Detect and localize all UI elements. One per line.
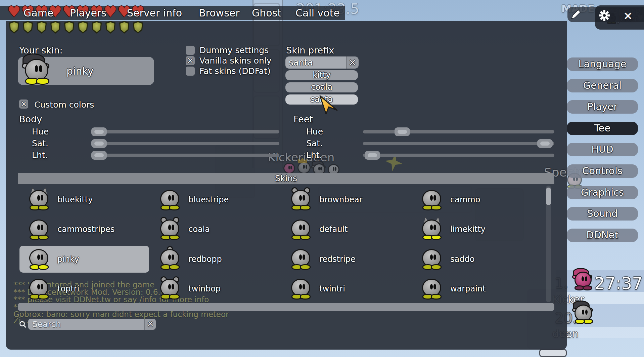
prefix-clear-button[interactable]: × — [346, 56, 359, 69]
skin-item-warpaint[interactable]: warpaint — [412, 275, 542, 302]
body_section-hue-slider-rail[interactable] — [91, 130, 279, 133]
close-button[interactable]: × — [623, 9, 633, 22]
shield-icon-inner — [133, 22, 143, 32]
checkbox-dummy-settings[interactable] — [186, 46, 195, 55]
skin-item-default[interactable]: default — [281, 216, 411, 243]
skin-tee-icon — [159, 189, 181, 210]
prefix-suggestion-kitty[interactable]: kitty — [285, 70, 358, 80]
slider-label: Hue — [32, 127, 55, 136]
best-time: 27:37 — [594, 274, 643, 293]
checkbox-fat-skins-ddfat-[interactable] — [186, 67, 195, 76]
slider-handle[interactable] — [537, 139, 553, 148]
background-light-block — [539, 349, 567, 357]
skins-scrollbar-thumb[interactable] — [546, 188, 551, 205]
skin-item-redbopp[interactable]: redbopp — [150, 246, 280, 273]
skin-item-redstripe[interactable]: redstripe — [281, 246, 411, 273]
slider-handle[interactable] — [91, 127, 107, 136]
skin-name-label: bluekitty — [57, 195, 93, 204]
pencil-icon — [570, 9, 582, 20]
menu-item-players[interactable]: Players — [70, 7, 106, 19]
menu-item-browser[interactable]: Browser — [199, 7, 240, 19]
skin-item-pinky[interactable]: pinky — [19, 246, 149, 273]
tab-hud[interactable]: HUD — [567, 143, 638, 156]
shield-icon-inner — [23, 22, 33, 32]
skin-item-bluestripe[interactable]: bluestripe — [150, 186, 280, 213]
editor-pencil-button[interactable] — [570, 9, 582, 20]
shield-icon-inner — [120, 22, 129, 32]
skin-name-label: brownbear — [319, 195, 363, 204]
shield-icon-inner — [78, 22, 88, 32]
menu-item-game[interactable]: Game — [24, 7, 53, 19]
tab-tee[interactable]: Tee — [567, 122, 638, 135]
skin-item-cammo[interactable]: cammo — [412, 186, 542, 213]
body-section-label: Body — [19, 114, 42, 124]
shield-icon-inner — [9, 22, 19, 32]
search-clear-button[interactable]: × — [144, 319, 156, 330]
current-skin-tee — [24, 58, 50, 85]
search-input[interactable] — [28, 319, 144, 330]
skin-name-label: pinky — [57, 254, 79, 264]
checkbox-label: Vanilla skins only — [199, 56, 272, 66]
menu-item-server-info[interactable]: Server info — [127, 7, 182, 19]
feet_section-hue-slider-rail[interactable] — [363, 130, 554, 133]
skin-prefix-input[interactable] — [285, 56, 346, 69]
skin-name-label: redbopp — [188, 254, 222, 264]
skin-name-label: limekitty — [450, 225, 486, 234]
skin-name-label: default — [319, 225, 348, 234]
skin-item-brownbear[interactable]: brownbear — [281, 186, 411, 213]
feet_section-lht-slider-rail[interactable] — [363, 154, 554, 157]
skin-tee-icon — [159, 278, 181, 300]
skin-name-label: bluestripe — [188, 195, 229, 204]
skin-item-twintri[interactable]: twintri — [281, 275, 411, 302]
skin-item-toptri[interactable]: toptri — [19, 275, 149, 302]
custom-colors-checkbox[interactable]: × — [19, 100, 28, 109]
checkbox-vanilla-skins-only[interactable]: × — [186, 56, 195, 65]
shield-icon-inner — [106, 22, 115, 32]
slider-handle[interactable] — [91, 151, 107, 160]
skin-item-bluekitty[interactable]: bluekitty — [19, 186, 149, 213]
skin-tee-icon — [421, 248, 443, 270]
skin-tee-icon — [290, 189, 312, 210]
skin-item-twinbop[interactable]: twinbop — [150, 275, 280, 302]
tab-sound[interactable]: Sound — [567, 207, 638, 221]
skin-item-cammostripes[interactable]: cammostripes — [19, 216, 149, 243]
skin-name-label: twinbop — [188, 284, 221, 293]
feet_section-sat-slider-rail[interactable] — [363, 142, 554, 145]
tab-graphics[interactable]: Graphics — [567, 186, 638, 199]
skin-tee-icon — [159, 248, 181, 270]
shield-icon-inner — [51, 22, 60, 32]
current-skin-name: pinky — [66, 65, 93, 77]
skin-tee-icon — [421, 189, 443, 210]
ddnet-settings-screen: 201:23.5 MADE SPECTRUM Joker. ♥ 1. 27:37… — [0, 0, 644, 357]
tab-player[interactable]: Player — [567, 100, 638, 114]
slider-handle[interactable] — [365, 151, 380, 160]
tab-ddnet[interactable]: DDNet — [567, 229, 638, 242]
gear-icon — [598, 9, 610, 22]
tab-general[interactable]: General — [567, 79, 638, 92]
menu-item-call-vote[interactable]: Call vote — [295, 7, 340, 19]
skin-tee-icon — [290, 278, 312, 300]
tab-controls[interactable]: Controls — [567, 164, 638, 178]
mouse-cursor — [318, 95, 339, 117]
slider-handle[interactable] — [395, 127, 410, 136]
skin-item-saddo[interactable]: saddo — [412, 246, 542, 273]
body_section-sat-slider-rail[interactable] — [91, 142, 279, 145]
skin-item-coala[interactable]: coala — [150, 216, 280, 243]
settings-gear-button[interactable] — [598, 9, 610, 22]
skin-item-limekitty[interactable]: limekitty — [412, 216, 542, 243]
checkbox-label: Fat skins (DDFat) — [199, 66, 271, 76]
bottom-scrollbar[interactable] — [18, 303, 554, 311]
skin-prefix-label: Skin prefix — [286, 45, 334, 55]
menu-item-ghost[interactable]: Ghost — [252, 7, 281, 19]
kicker-tee — [573, 271, 593, 290]
tab-language[interactable]: Language — [567, 57, 638, 71]
prefix-suggestion-coala[interactable]: coala — [285, 82, 358, 92]
skin-name-label: cammostripes — [57, 225, 114, 234]
body_section-lht-slider-rail[interactable] — [91, 154, 279, 157]
skin-tee-icon — [28, 189, 50, 210]
slider-handle[interactable] — [91, 139, 107, 148]
skin-name-label: twintri — [319, 284, 345, 293]
custom-colors-label: Custom colors — [34, 100, 94, 110]
skin-tee-icon — [28, 248, 50, 270]
skin-name-label: warpaint — [450, 284, 486, 293]
